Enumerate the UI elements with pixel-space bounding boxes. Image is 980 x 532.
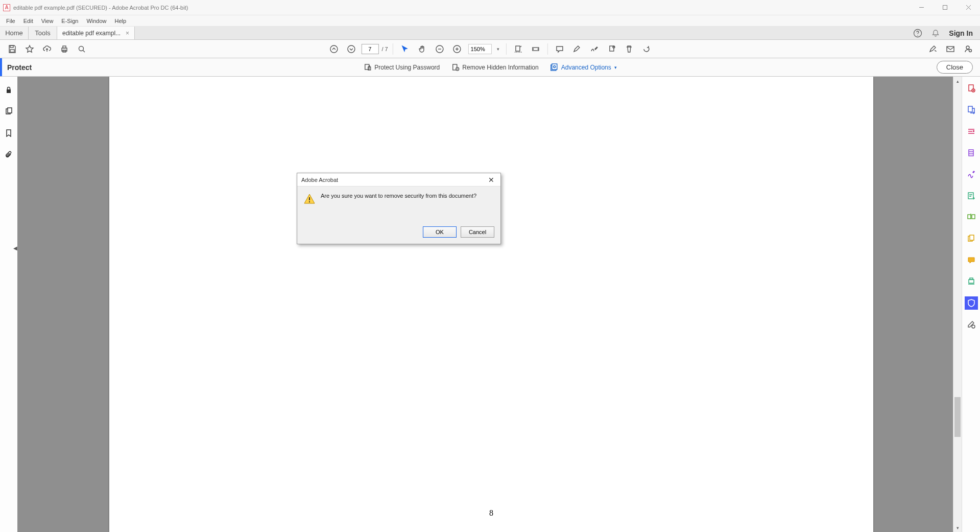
scroll-up-icon[interactable]: ▴ (953, 77, 962, 85)
protect-password-button[interactable]: Protect Using Password (363, 63, 440, 72)
scrollbar-track[interactable] (953, 85, 962, 523)
minimize-button[interactable] (910, 0, 933, 15)
svg-rect-20 (516, 46, 520, 51)
dialog-cancel-button[interactable]: Cancel (461, 226, 494, 238)
scrollbar-thumb[interactable] (954, 397, 961, 437)
export-pdf-icon[interactable] (965, 103, 978, 117)
email-icon[interactable] (943, 42, 958, 56)
document-page: 8 (109, 77, 873, 532)
edit-pdf-icon[interactable] (965, 125, 978, 138)
advanced-options-button[interactable]: Advanced Options ▾ (550, 63, 617, 72)
maximize-button[interactable] (933, 0, 957, 15)
warning-icon (303, 193, 316, 205)
scroll-down-icon[interactable]: ▾ (953, 523, 962, 532)
page-up-icon[interactable] (326, 42, 341, 56)
menu-bar: File Edit View E-Sign Window Help (0, 15, 980, 27)
dialog-titlebar: Adobe Acrobat ✕ (297, 173, 500, 187)
svg-rect-38 (309, 201, 310, 202)
signature-icon[interactable] (587, 42, 602, 56)
help-icon[interactable] (913, 29, 922, 38)
protect-title: Protect (7, 63, 32, 72)
svg-point-11 (79, 46, 84, 51)
scan-ocr-icon[interactable] (965, 275, 978, 288)
left-nav-strip: ◀ (0, 77, 17, 532)
tab-home[interactable]: Home (0, 27, 29, 39)
fit-width-icon[interactable] (511, 42, 525, 56)
dialog-ok-button[interactable]: OK (423, 226, 457, 238)
svg-rect-41 (968, 106, 972, 112)
dialog-close-icon[interactable]: ✕ (486, 176, 496, 184)
tab-document[interactable]: editable pdf exampl... × (57, 27, 135, 39)
user-share-icon[interactable] (961, 42, 975, 56)
organize-pages-icon[interactable] (965, 146, 978, 159)
protect-close-button[interactable]: Close (937, 61, 973, 74)
page-down-icon[interactable] (344, 42, 358, 56)
print-icon[interactable] (57, 42, 71, 56)
advanced-options-label: Advanced Options (561, 64, 611, 71)
remove-hidden-button[interactable]: Remove Hidden Information (451, 63, 538, 72)
delete-icon[interactable] (622, 42, 636, 56)
tab-document-close-icon[interactable]: × (126, 30, 129, 37)
svg-point-5 (918, 35, 918, 35)
compare-files-icon[interactable] (965, 211, 978, 224)
bell-icon[interactable] (931, 29, 940, 37)
window-title: editable pdf example.pdf (SECURED) - Ado… (13, 5, 188, 11)
fill-sign-icon[interactable] (965, 168, 978, 181)
search-icon[interactable] (75, 42, 89, 56)
svg-point-58 (972, 325, 975, 328)
lock-panel-icon[interactable] (5, 86, 13, 96)
dialog-title: Adobe Acrobat (301, 177, 338, 183)
attachments-panel-icon[interactable] (5, 150, 13, 160)
select-arrow-icon[interactable] (398, 42, 412, 56)
svg-rect-36 (8, 108, 12, 113)
comment-icon[interactable] (553, 42, 567, 56)
more-tools-icon[interactable] (965, 318, 978, 331)
protect-tool-icon[interactable] (965, 296, 978, 310)
page-number-text: 8 (489, 508, 493, 518)
zoom-dropdown-icon[interactable]: ▾ (495, 47, 501, 52)
menu-file[interactable]: File (2, 18, 19, 24)
highlight-pen-icon[interactable] (570, 42, 584, 56)
tab-bar: Home Tools editable pdf exampl... × Sign… (0, 27, 980, 40)
zoom-input[interactable] (468, 44, 492, 54)
hand-pan-icon[interactable] (415, 42, 429, 56)
close-window-button[interactable] (957, 0, 980, 15)
create-pdf-icon[interactable] (965, 82, 978, 95)
svg-rect-51 (972, 215, 975, 219)
thumbnails-panel-icon[interactable] (5, 107, 13, 118)
tab-tools[interactable]: Tools (29, 27, 57, 39)
request-signatures-icon[interactable] (965, 189, 978, 202)
menu-help[interactable]: Help (111, 18, 131, 24)
svg-rect-46 (969, 150, 973, 156)
acrobat-app-icon: A (3, 4, 10, 11)
menu-esign[interactable]: E-Sign (57, 18, 82, 24)
content-area: ◀ 8 Adobe Acrobat ✕ Are you sure you wan… (0, 77, 980, 532)
protect-active-indicator (0, 58, 2, 76)
fit-page-icon[interactable] (529, 42, 543, 56)
menu-edit[interactable]: Edit (19, 18, 37, 24)
stamp-icon[interactable] (605, 42, 619, 56)
page-number-input[interactable] (361, 44, 378, 54)
zoom-out-icon[interactable] (433, 42, 447, 56)
svg-rect-24 (947, 47, 954, 52)
right-tool-strip (962, 77, 980, 532)
vertical-scrollbar[interactable]: ▴ ▾ (953, 77, 962, 532)
svg-rect-56 (970, 278, 973, 280)
menu-window[interactable]: Window (82, 18, 110, 24)
sign-in-button[interactable]: Sign In (949, 29, 973, 37)
rotate-icon[interactable] (639, 42, 654, 56)
tab-document-label: editable pdf exampl... (62, 30, 121, 37)
document-viewport[interactable]: 8 Adobe Acrobat ✕ Are you sure you want … (17, 77, 953, 532)
star-icon[interactable] (22, 42, 37, 56)
confirm-dialog: Adobe Acrobat ✕ Are you sure you want to… (297, 173, 501, 244)
collapse-left-panel-icon[interactable]: ◀ (13, 245, 17, 251)
pen-annotate-icon[interactable] (926, 42, 940, 56)
share-cloud-icon[interactable] (40, 42, 54, 56)
save-icon[interactable] (5, 42, 19, 56)
combine-files-icon[interactable] (965, 232, 978, 245)
comment-tool-icon[interactable] (965, 253, 978, 267)
zoom-in-icon[interactable] (450, 42, 464, 56)
bookmark-panel-icon[interactable] (5, 129, 13, 139)
menu-view[interactable]: View (37, 18, 58, 24)
svg-rect-6 (10, 45, 13, 48)
